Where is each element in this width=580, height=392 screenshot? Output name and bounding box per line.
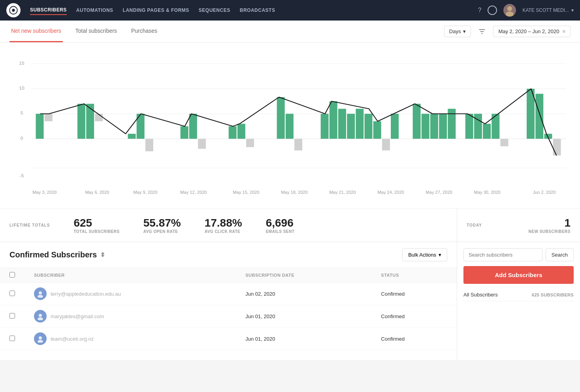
svg-point-70 bbox=[38, 340, 43, 343]
chart-area: 15 10 5 0 -5 bbox=[0, 43, 580, 208]
svg-rect-24 bbox=[198, 139, 206, 149]
svg-rect-35 bbox=[356, 109, 363, 139]
today-label: TODAY bbox=[467, 223, 482, 227]
tabs-controls: Days ▾ May 2, 2020 – Jun 2, 2020 ≡ bbox=[444, 25, 571, 38]
bar-chart: 15 10 5 0 -5 bbox=[9, 52, 571, 202]
avg-open-rate-value: 55.87% bbox=[143, 217, 181, 229]
days-dropdown[interactable]: Days ▾ bbox=[444, 26, 471, 37]
nav-links: SUBSCRIBERS AUTOMATIONS LANDING PAGES & … bbox=[30, 6, 275, 15]
add-subscribers-button[interactable]: Add Subscribers bbox=[463, 266, 574, 284]
new-subscribers-stat: 1 NEW SUBSCRIBERS bbox=[529, 217, 571, 234]
svg-rect-43 bbox=[439, 114, 447, 139]
search-row: Search bbox=[463, 248, 574, 261]
svg-rect-33 bbox=[338, 109, 346, 139]
nav-automations[interactable]: AUTOMATIONS bbox=[76, 6, 113, 15]
avatar bbox=[34, 332, 47, 345]
new-subscribers-label: NEW SUBSCRIBERS bbox=[529, 229, 571, 234]
svg-rect-37 bbox=[373, 121, 381, 139]
svg-text:May 24, 2020: May 24, 2020 bbox=[378, 190, 404, 195]
svg-rect-28 bbox=[277, 97, 285, 139]
total-subscribers-label: TOTAL SUBSCRIBERS bbox=[73, 229, 119, 234]
navigation: SUBSCRIBERS AUTOMATIONS LANDING PAGES & … bbox=[0, 0, 580, 21]
svg-text:May 12, 2020: May 12, 2020 bbox=[180, 190, 207, 195]
emails-sent-stat: 6,696 EMAILS SENT bbox=[266, 217, 295, 234]
table-title: Confirmed Subscribers bbox=[9, 250, 97, 259]
user-menu[interactable]: KATE SCOTT MEDI... ▾ bbox=[522, 8, 574, 13]
avg-click-rate-stat: 17.88% AVG CLICK RATE bbox=[205, 217, 242, 234]
tab-net-new[interactable]: Net new subscribers bbox=[9, 21, 63, 42]
table-title-container: Confirmed Subscribers ⬍ bbox=[9, 250, 105, 259]
stats-bar: LIFETIME TOTALS 625 TOTAL SUBSCRIBERS 55… bbox=[0, 208, 580, 242]
status-cell: Confirmed bbox=[371, 328, 457, 350]
chevron-down-icon: ▾ bbox=[439, 252, 441, 258]
lifetime-stats: LIFETIME TOTALS 625 TOTAL SUBSCRIBERS 55… bbox=[0, 209, 457, 242]
sort-icon[interactable]: ⬍ bbox=[100, 251, 105, 259]
svg-rect-45 bbox=[465, 114, 473, 139]
search-input[interactable] bbox=[463, 248, 542, 261]
svg-text:May 9, 2020: May 9, 2020 bbox=[133, 190, 157, 195]
svg-rect-38 bbox=[382, 139, 390, 151]
date-range-text: May 2, 2020 – Jun 2, 2020 bbox=[498, 28, 559, 34]
select-all-header bbox=[0, 268, 24, 283]
all-subscribers-count: 625 SUBSCRIBERS bbox=[532, 293, 574, 297]
all-subscribers-label: All Subscribers bbox=[463, 292, 498, 298]
svg-point-66 bbox=[38, 295, 43, 298]
table-section: Confirmed Subscribers ⬍ Bulk Actions ▾ S… bbox=[0, 242, 457, 360]
date-cell: Jun 01, 2020 bbox=[236, 305, 371, 328]
logo[interactable] bbox=[6, 3, 21, 17]
svg-text:May 15, 2020: May 15, 2020 bbox=[233, 190, 259, 195]
table-row: team@uceti.org.nz Jun 01, 2020 Confirmed bbox=[0, 328, 457, 350]
svg-rect-25 bbox=[229, 126, 237, 139]
avatar[interactable] bbox=[503, 4, 516, 17]
search-button[interactable]: Search bbox=[546, 248, 574, 261]
svg-rect-53 bbox=[553, 139, 561, 156]
nav-landing-pages[interactable]: LANDING PAGES & FORMS bbox=[123, 6, 189, 15]
date-cell: Jun 01, 2020 bbox=[236, 328, 371, 350]
svg-text:Jun 2, 2020: Jun 2, 2020 bbox=[533, 190, 556, 195]
svg-text:May 27, 2020: May 27, 2020 bbox=[426, 190, 452, 195]
table-header-row: SUBSCRIBER SUBSCRIPTION DATE STATUS bbox=[0, 268, 457, 283]
svg-rect-17 bbox=[86, 104, 94, 139]
today-stats: TODAY 1 NEW SUBSCRIBERS bbox=[457, 209, 580, 242]
subscriber-email-text[interactable]: team@uceti.org.nz bbox=[51, 336, 94, 342]
chart-container: 15 10 5 0 -5 bbox=[9, 52, 571, 202]
help-icon[interactable]: ? bbox=[478, 7, 482, 14]
svg-rect-26 bbox=[237, 124, 245, 139]
subscriber-email-text[interactable]: maryjaktes@gmail.com bbox=[51, 313, 104, 319]
bulk-actions-button[interactable]: Bulk Actions ▾ bbox=[402, 248, 447, 261]
svg-rect-40 bbox=[413, 104, 421, 139]
days-label: Days bbox=[449, 28, 461, 34]
svg-rect-29 bbox=[286, 114, 294, 139]
date-range-picker[interactable]: May 2, 2020 – Jun 2, 2020 ≡ bbox=[493, 26, 571, 37]
svg-point-2 bbox=[507, 6, 512, 11]
svg-text:May 21, 2020: May 21, 2020 bbox=[330, 190, 356, 195]
svg-rect-49 bbox=[501, 139, 508, 146]
row-checkbox[interactable] bbox=[9, 336, 15, 341]
lifetime-label-container: LIFETIME TOTALS bbox=[9, 223, 50, 227]
svg-rect-46 bbox=[474, 114, 482, 139]
tab-total[interactable]: Total subscribers bbox=[74, 21, 119, 42]
subscriber-email-text[interactable]: terry@applededucation.edu.au bbox=[51, 291, 121, 297]
svg-text:-5: -5 bbox=[20, 173, 24, 178]
row-checkbox[interactable] bbox=[9, 291, 15, 296]
nav-broadcasts[interactable]: BROADCASTS bbox=[240, 6, 275, 15]
svg-rect-36 bbox=[365, 114, 373, 139]
svg-rect-15 bbox=[45, 114, 53, 121]
status-col-header: STATUS bbox=[371, 268, 457, 283]
tab-purchases[interactable]: Purchases bbox=[130, 21, 159, 42]
svg-point-3 bbox=[506, 11, 514, 17]
svg-rect-30 bbox=[294, 139, 302, 151]
svg-rect-34 bbox=[347, 114, 355, 139]
row-checkbox[interactable] bbox=[9, 313, 15, 319]
avg-click-rate-label: AVG CLICK RATE bbox=[205, 229, 242, 234]
select-all-checkbox[interactable] bbox=[9, 272, 15, 278]
svg-rect-32 bbox=[330, 101, 337, 139]
chevron-down-icon: ▾ bbox=[571, 8, 574, 13]
filter-icon[interactable] bbox=[476, 25, 488, 38]
svg-rect-16 bbox=[77, 104, 85, 139]
nav-subscribers[interactable]: SUBSCRIBERS bbox=[30, 6, 67, 15]
nav-right: ? KATE SCOTT MEDI... ▾ bbox=[478, 4, 574, 17]
nav-sequences[interactable]: SEQUENCES bbox=[199, 6, 230, 15]
svg-rect-23 bbox=[189, 114, 197, 139]
avg-open-rate-stat: 55.87% AVG OPEN RATE bbox=[143, 217, 181, 234]
